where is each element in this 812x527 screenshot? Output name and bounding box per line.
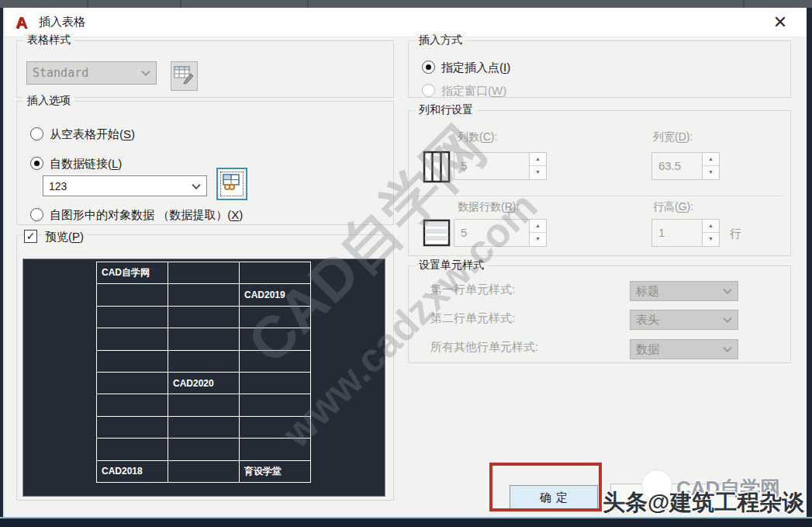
preview-cell [168, 262, 240, 284]
preview-checkbox[interactable]: ✓ [24, 230, 37, 243]
data-link-select[interactable]: 123 [43, 175, 207, 196]
ok-highlight-annotation [489, 463, 602, 511]
launch-table-style-dialog-button[interactable] [171, 61, 198, 91]
column-width-spinner[interactable]: 63.5 ▲▼ [651, 152, 720, 180]
cancel-button-ghost[interactable] [610, 484, 776, 510]
data-rows-spinner[interactable]: 5 ▲▼ [454, 219, 547, 247]
data-rows-value: 5 [461, 226, 467, 239]
group-column-row-settings-label: 列和行设置 [415, 103, 477, 117]
radio-from-object-data[interactable] [30, 208, 43, 221]
radio-specify-window-label: 指定窗口(W) [441, 84, 506, 99]
ribbon-strip [0, 0, 812, 8]
preview-cell [168, 306, 240, 328]
preview-cell [240, 372, 311, 394]
row-height-label: 行高(G): [653, 200, 693, 214]
column-width-value: 63.5 [658, 159, 681, 172]
preview-cell [240, 394, 311, 416]
chevron-down-icon [141, 68, 150, 76]
preview-cell [240, 262, 311, 284]
group-table-style-label: 表格样式 [23, 33, 74, 47]
columns-icon [423, 151, 451, 183]
preview-cell [168, 439, 240, 460]
rows-icon [423, 219, 451, 247]
settings-divider [417, 196, 783, 196]
spin-up-icon[interactable]: ▲ [530, 153, 546, 166]
second-row-style-value: 表头 [636, 313, 659, 328]
preview-cell [97, 306, 168, 328]
table-style-value: Standard [33, 66, 88, 80]
radio-specify-insertion-point[interactable] [422, 61, 435, 74]
data-link-manager-button[interactable] [216, 168, 247, 200]
preview-cell [240, 328, 311, 350]
dialog-titlebar: A 插入表格 ✕ [5, 8, 807, 37]
spin-down-icon[interactable]: ▼ [703, 166, 719, 179]
preview-checkbox-label: 预览(P) [42, 230, 87, 244]
ribbon-separator [180, 0, 181, 8]
preview-cell [240, 416, 311, 438]
preview-cell [168, 394, 240, 416]
spin-down-icon[interactable]: ▼ [530, 233, 546, 246]
radio-from-data-link-label: 自数据链接(L) [50, 157, 122, 172]
data-link-icon [222, 173, 242, 192]
preview-cell [168, 460, 240, 482]
radio-start-empty-table-label: 从空表格开始(S) [50, 127, 135, 142]
group-insert-behavior-label: 插入方式 [415, 33, 466, 47]
preview-cell: CAD2019 [240, 284, 311, 306]
group-cell-styles-label: 设置单元样式 [415, 258, 488, 272]
chevron-down-icon [192, 180, 200, 189]
preview-cell [97, 350, 168, 372]
preview-cell: CAD2020 [168, 372, 240, 394]
preview-cell [240, 306, 311, 328]
preview-cell [168, 284, 240, 306]
preview-cell [240, 439, 311, 460]
close-icon[interactable]: ✕ [769, 12, 791, 33]
preview-cell [168, 328, 240, 350]
statusbar-strip [0, 517, 812, 527]
chevron-down-icon [723, 344, 731, 352]
first-row-style-select[interactable]: 标题 [630, 281, 738, 301]
spin-down-icon[interactable]: ▼ [530, 166, 546, 179]
other-rows-style-label: 所有其他行单元样式: [430, 340, 538, 355]
preview-pane: CAD自学网CAD2019CAD2020CAD2018育设学堂 [22, 258, 385, 497]
data-link-value: 123 [49, 180, 67, 192]
other-rows-style-select[interactable]: 数据 [630, 339, 738, 359]
spin-down-icon[interactable]: ▼ [703, 233, 719, 246]
second-row-style-label: 第二行单元样式: [430, 311, 515, 326]
ribbon-separator [743, 0, 745, 8]
preview-cell [97, 439, 168, 460]
column-width-label: 列宽(D): [653, 130, 693, 144]
radio-specify-insertion-point-label: 指定插入点(I) [441, 61, 510, 75]
other-rows-style-value: 数据 [636, 342, 659, 357]
radio-start-empty-table[interactable] [30, 127, 43, 140]
spin-up-icon[interactable]: ▲ [703, 220, 719, 233]
chevron-down-icon [723, 286, 731, 294]
table-edit-icon [174, 66, 194, 85]
first-row-style-value: 标题 [636, 284, 659, 299]
columns-value: 5 [461, 159, 467, 172]
radio-specify-window[interactable] [422, 84, 435, 97]
preview-cell [97, 372, 168, 394]
preview-cell: CAD2018 [97, 460, 168, 482]
preview-cell [168, 350, 240, 372]
first-row-style-label: 第一行单元样式: [430, 283, 515, 297]
preview-cell [97, 394, 168, 416]
ribbon-separator [307, 0, 309, 8]
autocad-screen: A 插入表格 ✕ 表格样式 Standard 插入选项 从空表格开始(S) 自数… [0, 0, 812, 527]
dialog-title: 插入表格 [39, 15, 85, 29]
columns-spinner[interactable]: 5 ▲▼ [454, 152, 547, 180]
data-rows-label: 数据行数(R): [458, 200, 519, 214]
preview-cell: CAD自学网 [97, 262, 168, 284]
ribbon-separator [87, 0, 88, 8]
radio-from-data-link[interactable] [30, 157, 43, 170]
group-insert-options-label: 插入选项 [23, 94, 74, 108]
preview-cell [240, 350, 311, 372]
spin-up-icon[interactable]: ▲ [530, 220, 546, 233]
table-style-select[interactable]: Standard [26, 61, 157, 85]
row-height-spinner[interactable]: 1 ▲▼ [651, 219, 720, 247]
second-row-style-select[interactable]: 表头 [630, 310, 738, 330]
preview-cell [97, 328, 168, 350]
preview-cell [97, 416, 168, 438]
columns-label: 列数(C): [458, 130, 497, 144]
preview-table: CAD自学网CAD2019CAD2020CAD2018育设学堂 [96, 262, 311, 483]
spin-up-icon[interactable]: ▲ [703, 153, 719, 166]
